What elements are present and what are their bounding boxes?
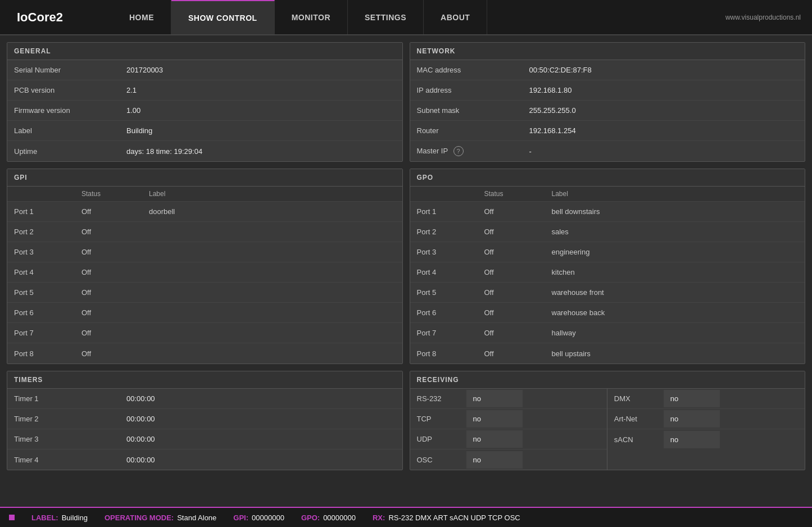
status-indicator	[9, 515, 15, 520]
rx-label: sACN	[607, 431, 664, 448]
port-name: Port 1	[7, 203, 75, 220]
rx-label: DMX	[607, 390, 664, 407]
port-name: Port 2	[410, 223, 478, 240]
port-name: Port 6	[7, 304, 75, 321]
timer-value: 00:00:00	[120, 430, 402, 448]
port-name: Port 7	[7, 324, 75, 342]
status-gpo: GPO: 00000000	[301, 514, 356, 522]
port-label	[142, 308, 402, 317]
row-value: days: 18 time: 19:29:04	[120, 143, 402, 160]
row-value: 192.168.1.80	[523, 81, 805, 99]
port-status: Off	[478, 324, 545, 342]
port-label: warehouse back	[545, 304, 805, 321]
table-row: IP address 192.168.1.80	[410, 80, 805, 101]
list-item: Timer 4 00:00:00	[7, 449, 402, 470]
gpo-title: GPO	[410, 169, 805, 187]
tab-settings[interactable]: SETTINGS	[348, 0, 424, 34]
rx-left-col: RS-232 no TCP no UDP no OSC no	[410, 389, 607, 470]
port-label: bell upstairs	[545, 345, 805, 362]
tab-monitor[interactable]: MONITOR	[275, 0, 348, 34]
port-status: Off	[478, 304, 545, 321]
port-label: bell downstairs	[545, 203, 805, 220]
tab-show-control[interactable]: SHOW CONTROL	[171, 0, 275, 34]
rx-label: UDP	[410, 430, 466, 448]
port-status: Off	[478, 264, 545, 281]
tab-home[interactable]: HOME	[112, 0, 171, 34]
table-row: Subnet mask 255.255.255.0	[410, 101, 805, 121]
port-label	[142, 248, 402, 257]
col-header-port	[410, 187, 478, 201]
port-name: Port 3	[7, 243, 75, 261]
rx-value: no	[466, 390, 523, 407]
rx-label: Art-Net	[607, 410, 664, 428]
row-label: Firmware version	[7, 102, 120, 119]
list-item: DMX no	[607, 389, 805, 409]
help-icon[interactable]: ?	[453, 146, 464, 156]
row-label: Master IP ?	[410, 142, 523, 161]
list-item: Port 4 Off kitchen	[410, 262, 805, 283]
rx-right-col: DMX no Art-Net no sACN no	[607, 389, 805, 470]
list-item: Port 7 Off	[7, 323, 402, 343]
gpi-title: GPI	[7, 169, 402, 187]
receiving-title: RECEIVING	[410, 371, 805, 389]
port-name: Port 5	[7, 284, 75, 301]
port-name: Port 4	[410, 264, 478, 281]
rx-label: TCP	[410, 410, 466, 428]
table-row: Label Building	[7, 121, 402, 141]
rx-label: OSC	[410, 451, 466, 469]
port-status: Off	[75, 345, 142, 362]
status-mode-key: OPERATING MODE:	[105, 514, 174, 522]
list-item: Port 8 Off bell upstairs	[410, 343, 805, 364]
gpi-header: Status Label	[7, 187, 402, 202]
port-status: Off	[478, 243, 545, 261]
port-status: Off	[75, 304, 142, 321]
list-item: Port 5 Off	[7, 283, 402, 303]
row-label: PCB version	[7, 81, 120, 99]
status-label-key: LABEL:	[31, 514, 58, 522]
rx-value: no	[664, 410, 720, 428]
row-label: Uptime	[7, 143, 120, 160]
gpo-panel: GPO Status Label Port 1 Off bell downsta…	[410, 169, 806, 364]
port-name: Port 2	[7, 223, 75, 240]
rx-value: no	[466, 430, 523, 448]
tab-about[interactable]: ABOUT	[424, 0, 487, 34]
row-value: 201720003	[120, 61, 402, 79]
port-label	[142, 349, 402, 358]
timer-label: Timer 1	[7, 390, 120, 407]
list-item: Art-Net no	[607, 409, 805, 429]
col-header-label: Label	[142, 187, 402, 201]
status-mode-val: Stand Alone	[177, 514, 216, 522]
timer-value: 00:00:00	[120, 451, 402, 469]
list-item: Port 3 Off engineering	[410, 242, 805, 262]
table-row: Master IP ? -	[410, 141, 805, 161]
list-item: sACN no	[607, 429, 805, 449]
list-item: TCP no	[410, 409, 607, 429]
port-name: Port 4	[7, 264, 75, 281]
row-label: MAC address	[410, 61, 523, 79]
port-name: Port 8	[7, 345, 75, 362]
status-label-val: Building	[62, 514, 88, 522]
timers-panel: TIMERS Timer 1 00:00:00 Timer 2 00:00:00…	[7, 371, 403, 470]
status-bar: LABEL: Building OPERATING MODE: Stand Al…	[0, 507, 812, 527]
port-name: Port 3	[410, 243, 478, 261]
network-title: NETWORK	[410, 43, 805, 60]
port-label	[142, 228, 402, 237]
receiving-panel: RECEIVING RS-232 no TCP no UDP no OSC no	[410, 371, 806, 470]
receiving-grid: RS-232 no TCP no UDP no OSC no DMX	[410, 389, 805, 470]
list-item: Port 2 Off	[7, 222, 402, 242]
list-item: Port 8 Off	[7, 343, 402, 364]
port-status: Off	[478, 345, 545, 362]
timers-title: TIMERS	[7, 371, 402, 389]
status-rx: RX: RS-232 DMX ART sACN UDP TCP OSC	[373, 514, 520, 522]
status-mode: OPERATING MODE: Stand Alone	[105, 514, 216, 522]
website-link[interactable]: www.visualproductions.nl	[725, 13, 812, 21]
port-label	[142, 329, 402, 338]
list-item: Port 6 Off warehouse back	[410, 303, 805, 323]
row-label: Serial Number	[7, 61, 120, 79]
rx-value: no	[664, 431, 720, 448]
row-value: 1.00	[120, 102, 402, 119]
status-gpi-val: 00000000	[252, 514, 284, 522]
port-label: hallway	[545, 324, 805, 342]
status-gpo-val: 00000000	[323, 514, 356, 522]
row-value: 2.1	[120, 81, 402, 99]
